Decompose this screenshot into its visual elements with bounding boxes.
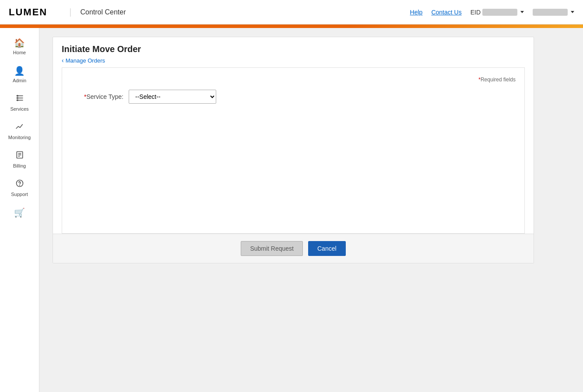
admin-icon: 👤 [14, 66, 25, 76]
layout: 🏠 Home 👤 Admin Services [0, 28, 583, 392]
svg-point-5 [17, 100, 18, 101]
form-area: *Required fields *Service Type: --Select… [62, 67, 525, 234]
eid-dropdown[interactable]: EID [471, 9, 524, 16]
sidebar-item-services[interactable]: Services [0, 88, 39, 117]
page-card: Initiate Move Order ‹ Manage Orders *Req… [53, 37, 534, 263]
user-value [533, 9, 568, 16]
page-title: Initiate Move Order [62, 44, 525, 54]
sidebar-item-billing[interactable]: Billing [0, 145, 39, 174]
header-title: Control Center [80, 8, 126, 16]
sidebar-label-admin: Admin [13, 78, 26, 83]
service-type-row: *Service Type: --Select-- Option 1 Optio… [71, 90, 516, 104]
svg-point-4 [17, 98, 18, 99]
cancel-button[interactable]: Cancel [308, 241, 346, 256]
sidebar-item-home[interactable]: 🏠 Home [0, 32, 39, 60]
home-icon: 🏠 [14, 38, 25, 48]
sidebar-label-support: Support [11, 192, 28, 197]
required-note-text: Required fields [481, 77, 516, 83]
color-bar [0, 24, 583, 28]
sidebar-label-home: Home [13, 50, 26, 55]
main-content: Initiate Move Order ‹ Manage Orders *Req… [39, 28, 583, 392]
eid-label: EID [471, 9, 481, 16]
eid-value [482, 9, 517, 16]
sidebar-item-admin[interactable]: 👤 Admin [0, 60, 39, 88]
sidebar-item-cart[interactable]: 🛒 [0, 202, 39, 223]
required-note: *Required fields [71, 77, 516, 83]
sidebar-item-monitoring[interactable]: Monitoring [0, 117, 39, 145]
billing-icon [15, 150, 24, 161]
support-icon [15, 179, 24, 190]
contact-us-link[interactable]: Contact Us [431, 9, 461, 16]
cart-icon: 🛒 [14, 207, 25, 218]
sidebar-label-monitoring: Monitoring [8, 135, 31, 140]
service-type-select[interactable]: --Select-- Option 1 Option 2 [129, 90, 216, 104]
eid-chevron-icon [520, 11, 524, 13]
sidebar-item-support[interactable]: Support [0, 174, 39, 202]
services-icon [15, 94, 24, 105]
service-type-label: *Service Type: [71, 93, 123, 100]
user-chevron-icon [571, 11, 574, 13]
breadcrumb-arrow-icon: ‹ [62, 57, 64, 64]
header-nav: Help Contact Us EID [410, 9, 574, 16]
sidebar-label-billing: Billing [13, 163, 26, 168]
sidebar-label-services: Services [10, 106, 28, 112]
header-divider: | [69, 7, 71, 17]
form-footer: Submit Request Cancel [53, 234, 534, 263]
user-dropdown[interactable] [533, 9, 574, 16]
sidebar: 🏠 Home 👤 Admin Services [0, 28, 39, 392]
service-type-star: * [84, 93, 86, 100]
svg-point-3 [17, 95, 18, 97]
page-header: Initiate Move Order ‹ Manage Orders [53, 37, 534, 67]
submit-request-button[interactable]: Submit Request [241, 241, 303, 256]
logo: LUMEN [9, 7, 47, 18]
help-link[interactable]: Help [410, 9, 423, 16]
breadcrumb-link[interactable]: Manage Orders [66, 57, 105, 64]
monitoring-icon [15, 122, 24, 133]
breadcrumb: ‹ Manage Orders [62, 57, 525, 64]
logo-text: LUMEN [9, 7, 47, 18]
header: LUMEN | Control Center Help Contact Us E… [0, 0, 583, 24]
